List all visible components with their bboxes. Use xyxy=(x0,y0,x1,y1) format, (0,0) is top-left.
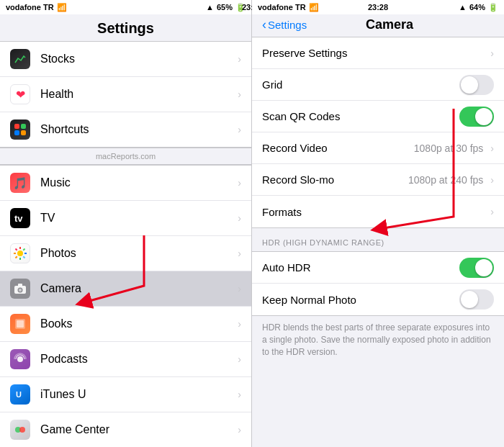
record-video-value: 1080p at 30 fps xyxy=(414,143,484,154)
health-label: Health xyxy=(40,88,235,101)
settings-item-shortcuts[interactable]: Shortcuts › xyxy=(0,112,251,147)
right-battery-icon: 🔋 xyxy=(488,3,498,12)
svg-line-11 xyxy=(23,256,24,258)
health-chevron: › xyxy=(238,89,241,100)
camera-icon xyxy=(10,279,30,299)
svg-point-16 xyxy=(19,289,22,292)
settings-item-photos[interactable]: Photos › xyxy=(0,236,251,271)
shortcuts-chevron: › xyxy=(238,124,241,135)
books-icon xyxy=(10,314,30,334)
camera-item-preserve[interactable]: Preserve Settings › xyxy=(252,37,504,69)
photos-chevron: › xyxy=(238,248,241,259)
settings-item-stocks[interactable]: Stocks › xyxy=(0,42,251,77)
books-label: Books xyxy=(40,317,235,330)
right-status-left: vodafone TR 📶 xyxy=(258,3,319,12)
settings-item-camera[interactable]: Camera › xyxy=(0,271,251,307)
formats-label: Formats xyxy=(262,206,487,218)
watermark: macReports.com xyxy=(0,148,251,165)
left-panel: vodafone TR 📶 23:26 ▲ 65% 🔋 Settings Sto… xyxy=(0,0,252,447)
right-carrier: vodafone TR xyxy=(258,3,306,12)
podcasts-chevron: › xyxy=(238,353,241,365)
section-group-1: Stocks › ❤ Health › xyxy=(0,41,251,148)
svg-text:tv: tv xyxy=(14,213,23,224)
grid-label: Grid xyxy=(262,78,459,91)
right-signal: ▲ xyxy=(459,3,467,12)
podcasts-icon xyxy=(10,349,30,369)
auto-hdr-toggle[interactable] xyxy=(459,258,494,278)
settings-item-itunes[interactable]: U iTunes U › xyxy=(0,377,251,412)
record-video-label: Record Video xyxy=(262,142,414,154)
books-chevron: › xyxy=(238,318,241,330)
auto-hdr-toggle-knob xyxy=(475,259,492,276)
camera-item-keep-normal[interactable]: Keep Normal Photo xyxy=(252,284,504,315)
camera-item-auto-hdr[interactable]: Auto HDR xyxy=(252,252,504,284)
back-chevron-icon: ‹ xyxy=(262,17,266,32)
svg-point-20 xyxy=(17,356,23,362)
settings-item-books[interactable]: Books › xyxy=(0,307,251,342)
camera-item-grid[interactable]: Grid xyxy=(252,69,504,101)
svg-text:U: U xyxy=(16,390,22,399)
settings-item-tv[interactable]: tv TV › xyxy=(0,201,251,236)
camera-item-record-video[interactable]: Record Video 1080p at 30 fps › xyxy=(252,132,504,164)
scan-qr-toggle[interactable] xyxy=(459,107,494,127)
auto-hdr-label: Auto HDR xyxy=(262,261,459,274)
left-status-right: ▲ 65% 🔋 xyxy=(206,3,246,12)
back-label: Settings xyxy=(268,19,307,31)
hdr-section: Auto HDR Keep Normal Photo xyxy=(252,251,504,316)
keep-normal-toggle-knob xyxy=(461,291,478,308)
formats-chevron: › xyxy=(490,206,494,217)
tv-label: TV xyxy=(40,212,235,225)
camera-item-formats[interactable]: Formats › xyxy=(252,196,504,227)
left-header: Settings xyxy=(0,14,251,41)
svg-point-23 xyxy=(19,427,25,433)
right-status-bar: vodafone TR 📶 23:28 ▲ 64% 🔋 xyxy=(252,0,504,14)
grid-toggle[interactable] xyxy=(459,75,494,95)
left-signal-icon: ▲ xyxy=(206,3,214,12)
camera-chevron: › xyxy=(238,283,241,294)
music-icon: 🎵 xyxy=(10,173,30,193)
record-slomo-value: 1080p at 240 fps xyxy=(408,174,483,186)
hdr-section-title: HDR (HIGH DYNAMIC RANGE) xyxy=(252,228,504,251)
settings-item-health[interactable]: ❤ Health › xyxy=(0,77,251,112)
scan-qr-label: Scan QR Codes xyxy=(262,110,459,122)
left-wifi-icon: 📶 xyxy=(57,3,67,12)
settings-list-wrapper: Stocks › ❤ Health › xyxy=(0,41,251,447)
camera-nav-title: Camera xyxy=(307,17,472,32)
camera-item-record-slomo[interactable]: Record Slo-mo 1080p at 240 fps › xyxy=(252,164,504,196)
svg-rect-19 xyxy=(17,320,24,328)
right-wifi-icon: 📶 xyxy=(309,3,319,12)
tv-icon: tv xyxy=(10,208,30,228)
gamecenter-label: Game Center xyxy=(40,423,235,436)
record-video-chevron: › xyxy=(490,143,494,154)
svg-rect-2 xyxy=(14,130,19,135)
right-time: 23:28 xyxy=(368,3,388,12)
settings-list: Stocks › ❤ Health › xyxy=(0,41,251,447)
svg-rect-17 xyxy=(18,284,22,286)
stocks-icon xyxy=(10,49,30,69)
camera-item-scan-qr[interactable]: Scan QR Codes xyxy=(252,101,504,132)
keep-normal-label: Keep Normal Photo xyxy=(262,294,459,306)
grid-toggle-knob xyxy=(461,76,478,94)
left-status-left: vodafone TR 📶 xyxy=(6,3,67,12)
svg-rect-1 xyxy=(21,124,26,129)
itunes-label: iTunes U xyxy=(40,388,235,401)
gamecenter-icon xyxy=(10,420,30,440)
shortcuts-label: Shortcuts xyxy=(40,123,235,136)
settings-item-music[interactable]: 🎵 Music › xyxy=(0,166,251,201)
music-chevron: › xyxy=(238,177,241,189)
health-icon: ❤ xyxy=(10,84,30,104)
svg-line-12 xyxy=(23,249,24,250)
settings-item-gamecenter[interactable]: Game Center › xyxy=(0,412,251,447)
record-slomo-chevron: › xyxy=(490,174,494,186)
preserve-chevron: › xyxy=(490,48,494,59)
left-carrier: vodafone TR xyxy=(6,3,54,12)
stocks-label: Stocks xyxy=(40,53,235,66)
itunes-icon: U xyxy=(10,384,30,405)
photos-label: Photos xyxy=(40,247,235,260)
keep-normal-toggle[interactable] xyxy=(459,289,494,310)
section-group-2: 🎵 Music › tv TV › xyxy=(0,165,251,447)
back-button[interactable]: ‹ Settings xyxy=(262,17,307,32)
svg-point-5 xyxy=(17,250,23,256)
settings-item-podcasts[interactable]: Podcasts › xyxy=(0,342,251,377)
gamecenter-chevron: › xyxy=(238,424,241,435)
